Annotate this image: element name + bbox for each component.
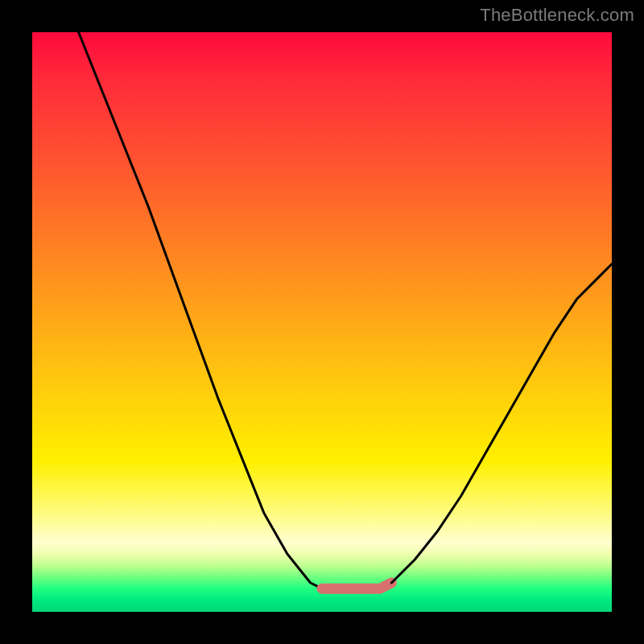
- series-curve-right: [391, 264, 612, 583]
- chart-svg: [32, 32, 612, 612]
- plot-area: [32, 32, 612, 612]
- series-flat-bottom: [322, 583, 391, 588]
- watermark-text: TheBottleneck.com: [480, 5, 634, 26]
- chart-frame: TheBottleneck.com: [0, 0, 644, 644]
- series-curve-left: [79, 32, 334, 588]
